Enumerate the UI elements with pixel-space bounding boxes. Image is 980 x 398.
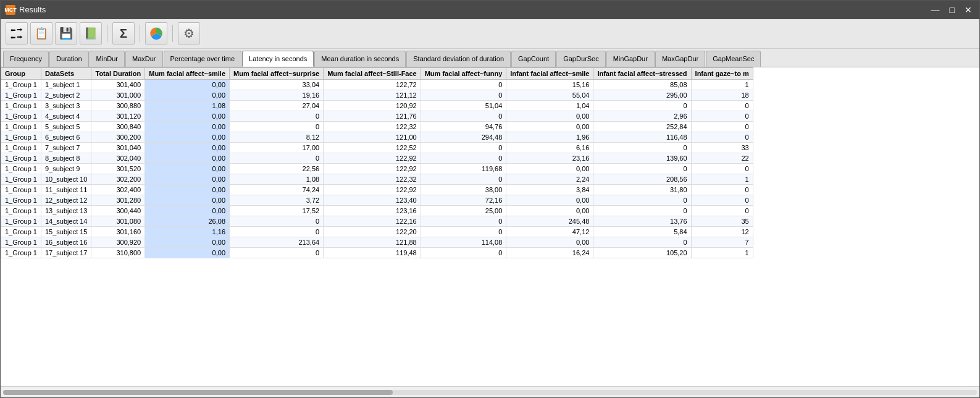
tab-duration[interactable]: Duration bbox=[49, 51, 89, 67]
col-header-4[interactable]: Mum facial affect~surprise bbox=[230, 67, 324, 79]
table-cell: 1 bbox=[691, 79, 753, 90]
table-cell: 27,04 bbox=[230, 100, 324, 111]
table-cell: 94,76 bbox=[421, 121, 506, 132]
tab-maxgapdur[interactable]: MaxGapDur bbox=[655, 51, 705, 67]
table-row[interactable]: 1_Group 113_subject 13300,4400,0017,5212… bbox=[1, 205, 753, 216]
settings-button[interactable]: ⚙ bbox=[178, 22, 200, 44]
col-header-2[interactable]: Total Duration bbox=[91, 67, 145, 79]
table-row[interactable]: 1_Group 12_subject 2301,0000,0019,16121,… bbox=[1, 90, 753, 100]
table-row[interactable]: 1_Group 115_subject 15301,1601,160122,20… bbox=[1, 226, 753, 237]
table-cell: 1_Group 1 bbox=[1, 153, 41, 163]
table-cell: 1,96 bbox=[506, 132, 593, 142]
copy-icon: 📋 bbox=[35, 27, 48, 40]
table-cell: 3_subject 3 bbox=[41, 100, 91, 111]
table-row[interactable]: 1_Group 15_subject 5300,8400,000122,3294… bbox=[1, 121, 753, 132]
tab-latency-in-seconds[interactable]: Latency in seconds bbox=[242, 51, 314, 67]
table-cell: 19,16 bbox=[230, 90, 324, 100]
col-header-7[interactable]: Infant facial affect~smile bbox=[506, 67, 593, 79]
nav-icon: ⬅⮕ ⬅⮕ bbox=[10, 27, 23, 41]
table-row[interactable]: 1_Group 16_subject 6300,2000,008,12121,0… bbox=[1, 132, 753, 142]
table-cell: 123,16 bbox=[324, 205, 421, 216]
table-cell: 1_subject 1 bbox=[41, 79, 91, 90]
table-cell: 0 bbox=[691, 100, 753, 111]
tab-gapdursec[interactable]: GapDurSec bbox=[556, 51, 605, 67]
table-cell: 0 bbox=[230, 216, 324, 226]
save-button[interactable]: 💾 bbox=[55, 22, 77, 44]
horizontal-scrollbar[interactable] bbox=[1, 386, 979, 397]
tab-mean-duration-in-seconds[interactable]: Mean duration in seconds bbox=[314, 51, 406, 67]
table-row[interactable]: 1_Group 11_subject 1301,4000,0033,04122,… bbox=[1, 79, 753, 90]
nav-button[interactable]: ⬅⮕ ⬅⮕ bbox=[6, 22, 28, 44]
table-row[interactable]: 1_Group 17_subject 7301,0400,0017,00122,… bbox=[1, 142, 753, 153]
table-row[interactable]: 1_Group 112_subject 12301,2800,003,72123… bbox=[1, 195, 753, 205]
col-header-5[interactable]: Mum facial affect~Still-Face bbox=[324, 67, 421, 79]
col-header-6[interactable]: Mum facial affect~funny bbox=[421, 67, 506, 79]
tab-gapcount[interactable]: GapCount bbox=[511, 51, 556, 67]
toolbar-separator-3 bbox=[172, 25, 173, 42]
table-cell: 0 bbox=[230, 121, 324, 132]
table-row[interactable]: 1_Group 117_subject 17310,8000,000119,48… bbox=[1, 247, 753, 258]
table-cell: 85,08 bbox=[593, 79, 691, 90]
table-cell: 122,16 bbox=[324, 216, 421, 226]
table-cell: 300,200 bbox=[91, 132, 145, 142]
table-cell: 0 bbox=[230, 111, 324, 121]
table-cell: 122,20 bbox=[324, 226, 421, 237]
table-cell: 0 bbox=[691, 205, 753, 216]
table-cell: 0 bbox=[421, 174, 506, 184]
table-cell: 2,96 bbox=[593, 111, 691, 121]
col-header-9[interactable]: Infant gaze~to m bbox=[691, 67, 753, 79]
copy-button[interactable]: 📋 bbox=[30, 22, 52, 44]
table-cell: 1_Group 1 bbox=[1, 163, 41, 174]
table-cell: 0,00 bbox=[145, 174, 230, 184]
table-cell: 23,16 bbox=[506, 153, 593, 163]
table-row[interactable]: 1_Group 116_subject 16300,9200,00213,641… bbox=[1, 237, 753, 247]
table-cell: 0 bbox=[421, 247, 506, 258]
tab-gapmeansec[interactable]: GapMeanSec bbox=[706, 51, 761, 67]
col-header-1[interactable]: DataSets bbox=[41, 67, 91, 79]
table-cell: 301,040 bbox=[91, 142, 145, 153]
table-cell: 0 bbox=[593, 195, 691, 205]
table-cell: 121,00 bbox=[324, 132, 421, 142]
tab-frequency[interactable]: Frequency bbox=[3, 51, 49, 67]
tab-mindur[interactable]: MinDur bbox=[90, 51, 125, 67]
table-cell: 74,24 bbox=[230, 184, 324, 195]
table-cell: 12 bbox=[691, 226, 753, 237]
tab-mingapdur[interactable]: MinGapDur bbox=[606, 51, 655, 67]
export-button[interactable]: 📗 bbox=[80, 22, 102, 44]
table-cell: 3,72 bbox=[230, 195, 324, 205]
tab-percentage-over-time[interactable]: Percentage over time bbox=[164, 51, 242, 67]
scrollbar-thumb[interactable] bbox=[3, 390, 393, 395]
table-row[interactable]: 1_Group 19_subject 9301,5200,0022,56122,… bbox=[1, 163, 753, 174]
chart-button[interactable] bbox=[145, 22, 167, 44]
table-cell: 122,72 bbox=[324, 79, 421, 90]
table-cell: 0 bbox=[421, 226, 506, 237]
table-cell: 4_subject 4 bbox=[41, 111, 91, 121]
table-row[interactable]: 1_Group 110_subject 10302,2000,001,08122… bbox=[1, 174, 753, 184]
tab-standard-deviation-of-duration[interactable]: Standard deviation of duration bbox=[406, 51, 511, 67]
minimize-button[interactable]: — bbox=[929, 5, 942, 15]
table-cell: 295,00 bbox=[593, 90, 691, 100]
table-cell: 310,800 bbox=[91, 247, 145, 258]
data-table-container[interactable]: GroupDataSetsTotal DurationMum facial af… bbox=[1, 67, 979, 386]
col-header-3[interactable]: Mum facial affect~smile bbox=[145, 67, 230, 79]
table-cell: 0 bbox=[593, 100, 691, 111]
table-cell: 5,84 bbox=[593, 226, 691, 237]
table-row[interactable]: 1_Group 114_subject 14301,08026,080122,1… bbox=[1, 216, 753, 226]
export-icon: 📗 bbox=[84, 27, 98, 40]
table-row[interactable]: 1_Group 18_subject 8302,0400,000122,9202… bbox=[1, 153, 753, 163]
tab-maxdur[interactable]: MaxDur bbox=[125, 51, 163, 67]
maximize-button[interactable]: □ bbox=[947, 5, 957, 15]
table-row[interactable]: 1_Group 13_subject 3300,8801,0827,04120,… bbox=[1, 100, 753, 111]
table-row[interactable]: 1_Group 111_subject 11302,4000,0074,2412… bbox=[1, 184, 753, 195]
close-button[interactable]: ✕ bbox=[962, 5, 974, 15]
table-cell: 0,00 bbox=[145, 205, 230, 216]
window-title: Results bbox=[19, 5, 46, 14]
sum-button[interactable]: Σ bbox=[112, 22, 135, 44]
col-header-8[interactable]: Infant facial affect~stressed bbox=[593, 67, 691, 79]
table-row[interactable]: 1_Group 14_subject 4301,1200,000121,7600… bbox=[1, 111, 753, 121]
table-cell: 1_Group 1 bbox=[1, 184, 41, 195]
table-cell: 1,08 bbox=[145, 100, 230, 111]
col-header-0[interactable]: Group bbox=[1, 67, 41, 79]
table-cell: 302,400 bbox=[91, 184, 145, 195]
table-cell: 17,00 bbox=[230, 142, 324, 153]
